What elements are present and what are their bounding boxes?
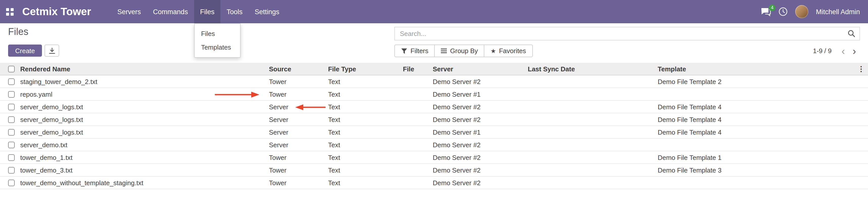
row-select-cell: [0, 78, 20, 85]
menu-label: Files: [200, 8, 214, 16]
cell-rendered-name: server_demo_logs.txt: [20, 103, 269, 111]
message-count-badge: 4: [769, 4, 775, 11]
cell-rendered-name: tower_demo_1.txt: [20, 154, 269, 161]
row-checkbox[interactable]: [8, 154, 15, 161]
cell-template: Demo File Template 2: [658, 78, 854, 85]
table-row[interactable]: server_demo_logs.txtServerTextDemo Serve…: [0, 126, 868, 139]
row-select-cell: [0, 116, 20, 123]
app-window: Cetmix Tower Servers Commands Files File…: [0, 0, 868, 211]
filters-label: Filters: [410, 47, 428, 55]
cell-source: Tower: [269, 90, 328, 98]
group-by-button[interactable]: Group By: [435, 44, 485, 57]
column-header-template[interactable]: Template: [658, 65, 854, 72]
table-row[interactable]: server_demo.txtServerTextDemo Server #2: [0, 139, 868, 151]
cell-rendered-name: server_demo_logs.txt: [20, 128, 269, 136]
cell-file-type: Text: [328, 141, 403, 149]
cell-file-type: Text: [328, 116, 403, 123]
apps-grid-icon: [6, 8, 13, 16]
column-header-file[interactable]: File: [403, 65, 433, 72]
activity-button[interactable]: [778, 7, 787, 16]
top-navbar: Cetmix Tower Servers Commands Files File…: [0, 0, 868, 23]
table-row[interactable]: server_demo_logs.txtServerTextDemo Serve…: [0, 113, 868, 126]
cell-server: Demo Server #1: [433, 90, 528, 98]
search-submit[interactable]: [843, 27, 859, 40]
table-row[interactable]: server_demo_logs.txtServerTextDemo Serve…: [0, 101, 868, 113]
row-select-cell: [0, 154, 20, 161]
cell-file-type: Text: [328, 179, 403, 186]
cell-server: Demo Server #2: [433, 141, 528, 149]
row-checkbox[interactable]: [8, 78, 15, 85]
files-dropdown-menu: Files Templates: [194, 23, 240, 58]
cell-source: Server: [269, 128, 328, 136]
user-avatar[interactable]: [795, 5, 808, 18]
row-checkbox[interactable]: [8, 91, 15, 97]
cell-source: Tower: [269, 78, 328, 85]
menu-files[interactable]: Files Files Templates: [194, 0, 220, 23]
table-body: staging_tower_demo_2.txtTowerTextDemo Se…: [0, 76, 868, 189]
pager-previous-button[interactable]: ‹: [838, 44, 849, 57]
menu-tools[interactable]: Tools: [220, 0, 248, 23]
menu-settings[interactable]: Settings: [248, 0, 285, 23]
row-checkbox[interactable]: [8, 129, 15, 135]
activity-clock-icon: [778, 7, 787, 16]
cell-server: Demo Server #2: [433, 166, 528, 174]
column-options-toggle[interactable]: ⋮: [858, 65, 865, 72]
menu-label: Commands: [153, 8, 188, 16]
column-header-last-sync-date[interactable]: Last Sync Date: [528, 65, 658, 72]
table-row[interactable]: staging_tower_demo_2.txtTowerTextDemo Se…: [0, 76, 868, 88]
pager-value[interactable]: 1-9 / 9: [813, 47, 832, 55]
cell-template: Demo File Template 4: [658, 128, 854, 136]
menu-servers[interactable]: Servers: [111, 0, 147, 23]
brand-title[interactable]: Cetmix Tower: [22, 6, 91, 18]
apps-menu-button[interactable]: [0, 0, 19, 23]
filter-funnel-icon: [401, 48, 407, 54]
group-by-icon: [441, 48, 447, 54]
cell-source: Tower: [269, 154, 328, 161]
select-all-cell: [0, 65, 20, 72]
menu-commands[interactable]: Commands: [147, 0, 194, 23]
cell-file-type: Text: [328, 78, 403, 85]
cell-server: Demo Server #2: [433, 103, 528, 111]
column-header-rendered-name[interactable]: Rendered Name: [20, 65, 269, 72]
table-row[interactable]: repos.yamlTowerTextDemo Server #1: [0, 88, 868, 101]
cell-source: Tower: [269, 166, 328, 174]
dropdown-item-files[interactable]: Files: [194, 27, 240, 40]
row-checkbox[interactable]: [8, 116, 15, 123]
favorites-label: Favorites: [499, 47, 526, 55]
cell-file-type: Text: [328, 128, 403, 136]
search-icon: [847, 30, 855, 37]
cell-source: Server: [269, 116, 328, 123]
dropdown-item-templates[interactable]: Templates: [194, 40, 240, 54]
cell-rendered-name: tower_demo_without_template_staging.txt: [20, 179, 269, 186]
column-header-file-type[interactable]: File Type: [328, 65, 403, 72]
export-button[interactable]: [44, 44, 59, 57]
filters-button[interactable]: Filters: [394, 44, 435, 57]
row-checkbox[interactable]: [8, 103, 15, 110]
cell-template: Demo File Template 4: [658, 116, 854, 123]
main-menu-bar: Servers Commands Files Files Templates T…: [111, 0, 285, 23]
table-row[interactable]: tower_demo_3.txtTowerTextDemo Server #2D…: [0, 164, 868, 177]
cell-source: Server: [269, 141, 328, 149]
messages-button[interactable]: 4: [761, 7, 771, 16]
table-row[interactable]: tower_demo_without_template_staging.txtT…: [0, 177, 868, 189]
systray: 4 Mitchell Admin: [761, 0, 868, 23]
cell-server: Demo Server #2: [433, 116, 528, 123]
table-row[interactable]: tower_demo_1.txtTowerTextDemo Server #2D…: [0, 151, 868, 164]
cell-file-type: Text: [328, 90, 403, 98]
select-all-checkbox[interactable]: [8, 65, 15, 72]
favorites-button[interactable]: ★ Favorites: [484, 44, 533, 57]
row-select-cell: [0, 167, 20, 173]
column-header-server[interactable]: Server: [433, 65, 528, 72]
star-icon: ★: [491, 48, 496, 54]
user-menu[interactable]: Mitchell Admin: [816, 8, 860, 16]
column-header-source[interactable]: Source: [269, 65, 328, 72]
row-checkbox[interactable]: [8, 179, 15, 186]
cell-server: Demo Server #2: [433, 179, 528, 186]
row-checkbox[interactable]: [8, 142, 15, 148]
create-button[interactable]: Create: [8, 44, 42, 57]
row-checkbox[interactable]: [8, 167, 15, 173]
left-actions: Create: [8, 44, 59, 57]
search-input[interactable]: [395, 30, 843, 37]
cell-file-type: Text: [328, 103, 403, 111]
pager-next-button[interactable]: ›: [849, 44, 860, 57]
